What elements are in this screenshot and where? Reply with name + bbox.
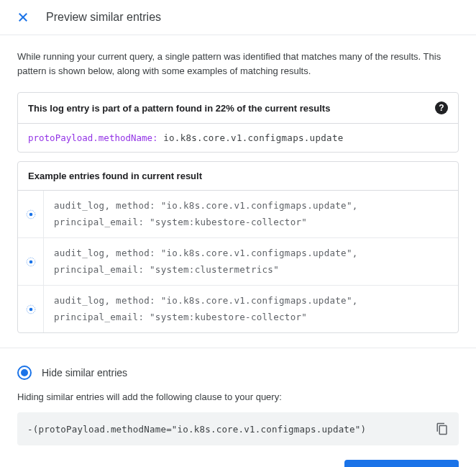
- copy-button[interactable]: [436, 422, 449, 435]
- options-section: Hide similar entries Hiding similar entr…: [0, 348, 476, 467]
- hide-option-desc: Hiding similar entries will add the foll…: [17, 391, 459, 402]
- example-text: audit_log, method: "io.k8s.core.v1.confi…: [44, 191, 458, 237]
- cancel-button[interactable]: Cancel: [278, 460, 339, 467]
- hide-option-label: Hide similar entries: [42, 367, 127, 378]
- examples-card-title: Example entries found in current result: [28, 171, 202, 181]
- example-text: audit_log, method: "io.k8s.core.v1.confi…: [44, 286, 458, 332]
- query-box: -(protoPayload.methodName="io.k8s.core.v…: [17, 412, 459, 445]
- pattern-card-title: This log entry is part of a pattern foun…: [28, 103, 330, 114]
- log-entry-icon: [26, 257, 36, 267]
- hide-option-row[interactable]: Hide similar entries: [17, 366, 459, 380]
- example-row[interactable]: audit_log, method: "io.k8s.core.v1.confi…: [18, 237, 458, 285]
- help-icon[interactable]: ?: [435, 101, 448, 114]
- close-button[interactable]: [14, 9, 32, 26]
- pattern-value: io.k8s.core.v1.configmaps.update: [163, 132, 343, 143]
- example-icon-cell: [18, 191, 44, 237]
- pattern-card-body: protoPayload.methodName: io.k8s.core.v1.…: [18, 124, 458, 152]
- log-entry-icon: [26, 304, 36, 314]
- radio-hide[interactable]: [17, 366, 32, 380]
- example-row[interactable]: audit_log, method: "io.k8s.core.v1.confi…: [18, 191, 458, 237]
- svg-point-5: [29, 260, 32, 263]
- example-row[interactable]: audit_log, method: "io.k8s.core.v1.confi…: [18, 285, 458, 332]
- actions-row: Cancel Hide similar entries: [17, 460, 459, 467]
- examples-list: audit_log, method: "io.k8s.core.v1.confi…: [18, 191, 458, 332]
- svg-point-7: [29, 307, 32, 311]
- pattern-field: protoPayload.methodName:: [28, 132, 158, 143]
- pattern-card: This log entry is part of a pattern foun…: [17, 92, 459, 153]
- close-icon: [17, 11, 29, 24]
- example-icon-cell: [18, 286, 44, 332]
- confirm-button[interactable]: Hide similar entries: [344, 460, 459, 467]
- dialog-title: Preview similar entries: [46, 11, 161, 24]
- example-icon-cell: [18, 238, 44, 285]
- copy-icon: [436, 422, 449, 435]
- dialog-header: Preview similar entries: [0, 0, 476, 35]
- svg-point-3: [29, 212, 32, 216]
- intro-text: While running your current query, a sing…: [17, 50, 459, 78]
- examples-card-header: Example entries found in current result: [18, 162, 458, 191]
- query-text: -(protoPayload.methodName="io.k8s.core.v…: [27, 424, 366, 435]
- examples-card: Example entries found in current result …: [17, 161, 459, 333]
- log-entry-icon: [26, 209, 36, 219]
- dialog-content: While running your current query, a sing…: [0, 35, 476, 348]
- pattern-card-header: This log entry is part of a pattern foun…: [18, 93, 458, 124]
- example-text: audit_log, method: "io.k8s.core.v1.confi…: [44, 238, 458, 285]
